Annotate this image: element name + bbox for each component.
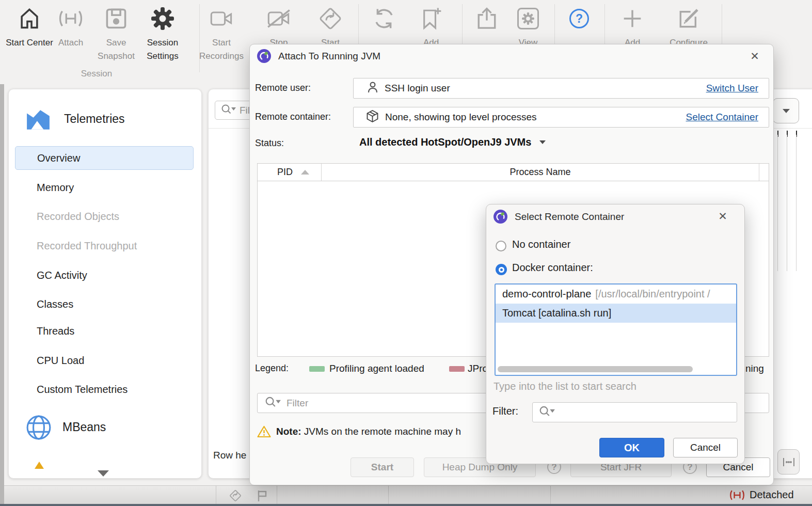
chart-gridline — [787, 135, 787, 271]
row-height-text-fragment: Row he — [213, 450, 246, 461]
sidebar-item-custom-telemetries[interactable]: Custom Telemetries — [15, 377, 194, 401]
sidebar-item-gc-activity[interactable]: GC Activity — [15, 263, 194, 287]
table-header-process-name[interactable]: Process Name — [322, 164, 759, 181]
filter-label: Filter: — [492, 405, 518, 417]
toolbar-group-session: Session — [50, 69, 143, 79]
camera-off-icon — [267, 5, 291, 32]
table-header-row: PID Process Name — [258, 164, 769, 181]
toolbar-refresh[interactable] — [358, 5, 410, 32]
list-item-selected[interactable]: Tomcat [catalina.sh run] — [496, 304, 736, 323]
filter-placeholder: Filter — [286, 398, 308, 409]
warning-up-triangle-icon — [35, 462, 44, 469]
legend-right-fragment: ning — [745, 363, 764, 374]
select-cancel-button[interactable]: Cancel — [673, 438, 738, 457]
toolbar-label: Save Snapshot — [90, 36, 142, 63]
toolbar-start-tracking[interactable]: Start — [305, 5, 356, 50]
sidebar-item-recorded-throughput: Recorded Throughput — [15, 234, 194, 258]
statusbar-divider — [277, 486, 277, 504]
sidebar-item-recorded-objects: Recorded Objects — [15, 204, 194, 228]
toolbar-configure[interactable]: Configure — [663, 5, 714, 50]
legend-swatch-red — [449, 366, 465, 372]
container-detail: [/usr/local/bin/entrypoint / — [595, 288, 710, 300]
save-snapshot-icon — [104, 5, 128, 32]
close-icon[interactable]: ✕ — [747, 49, 762, 64]
flag-icon[interactable] — [257, 489, 268, 504]
edit-pencil-icon — [677, 5, 700, 32]
toolbar-view-settings[interactable]: View — [502, 5, 554, 50]
share-icon — [475, 5, 498, 32]
jprofiler-logo-icon — [257, 49, 271, 65]
distribute-columns-icon — [782, 457, 795, 467]
attach-icon — [58, 5, 83, 32]
close-icon[interactable]: ✕ — [715, 209, 730, 224]
camera-icon — [210, 5, 233, 32]
bookmark-diamond-icon[interactable] — [229, 489, 242, 504]
plus-icon — [622, 5, 643, 32]
status-bar: Detached — [4, 485, 812, 504]
container-name: demo-control-plane — [502, 288, 591, 300]
sidebar-item-memory[interactable]: Memory — [15, 176, 194, 199]
detached-icon — [729, 489, 745, 503]
select-dialog-title: Select Remote Container — [515, 211, 624, 223]
person-icon — [367, 81, 378, 96]
legend-item-1: Profiling agent loaded — [329, 363, 424, 374]
remote-user-value: SSH login user — [385, 83, 450, 94]
start-button[interactable]: Start — [351, 457, 414, 477]
sidebar-scroll-down-icon[interactable] — [98, 470, 109, 477]
toolbar-add[interactable]: Add — [607, 5, 658, 50]
window-edge — [0, 84, 4, 506]
ok-button[interactable]: OK — [599, 438, 664, 457]
list-item[interactable]: demo-control-plane [/usr/local/bin/entry… — [496, 284, 736, 304]
status-detached-label: Detached — [750, 489, 794, 501]
column-width-button[interactable] — [777, 449, 800, 475]
select-container-link[interactable]: Select Container — [686, 112, 758, 123]
window-bottom-edge — [0, 504, 812, 506]
search-icon — [221, 104, 236, 117]
sidebar-item-overview[interactable]: Overview — [15, 146, 194, 170]
legend-swatch-green — [309, 366, 325, 372]
status-label: Status: — [255, 138, 284, 149]
remote-user-field[interactable]: SSH login user Switch User — [353, 78, 769, 99]
toolbar-session-settings[interactable]: Session Settings — [137, 5, 188, 63]
chart-gridline — [796, 135, 797, 271]
sidebar: Telemetries Overview Memory Recorded Obj… — [8, 89, 202, 479]
remote-container-value: None, showing top level processes — [385, 112, 537, 123]
container-list[interactable]: demo-control-plane [/usr/local/bin/entry… — [495, 283, 737, 376]
container-name: Tomcat [catalina.sh run] — [502, 307, 611, 319]
legend-item-2-fragment: JPro — [468, 363, 488, 374]
sidebar-item-classes[interactable]: Classes — [15, 292, 194, 316]
toolbar-label: Start Recordings — [196, 36, 247, 63]
toolbar-stop-recordings[interactable]: Stop — [253, 5, 305, 50]
note-text: Note: JVMs on the remote machine may h — [276, 425, 461, 438]
toolbar-attach[interactable]: Attach — [45, 5, 97, 50]
package-icon — [366, 109, 379, 125]
remote-container-field[interactable]: None, showing top level processes Select… — [353, 107, 769, 128]
docker-container-label[interactable]: Docker container: — [512, 262, 593, 274]
sidebar-item-cpu-load[interactable]: CPU Load — [15, 349, 194, 372]
note-body-fragment: JVMs on the remote machine may h — [304, 426, 461, 437]
container-filter-input[interactable] — [532, 402, 737, 422]
toolbar-start-recordings[interactable]: Start Recordings — [196, 5, 247, 63]
attach-dialog-title: Attach To Running JVM — [278, 51, 380, 62]
horizontal-scrollbar[interactable] — [498, 366, 693, 372]
status-dropdown[interactable]: All detected HotSpot/OpenJ9 JVMs — [359, 136, 546, 148]
diamond-arrow-icon — [319, 5, 342, 32]
select-container-dialog: Select Remote Container ✕ No container D… — [486, 204, 745, 464]
docker-container-radio[interactable] — [496, 264, 507, 275]
chart-dropdown-button[interactable] — [773, 98, 799, 123]
sidebar-section-mbeans[interactable]: MBeans — [62, 420, 106, 434]
toolbar-add-bookmark[interactable]: Add — [405, 5, 457, 50]
statusbar-divider — [550, 486, 551, 504]
statusbar-divider — [216, 486, 216, 504]
sidebar-section-telemetries: Telemetries — [64, 112, 125, 126]
no-container-radio[interactable] — [496, 241, 506, 251]
toolbar-save-snapshot[interactable]: Save Snapshot — [90, 5, 142, 63]
toolbar-help[interactable]: ? — [553, 5, 605, 32]
chevron-down-icon — [539, 140, 546, 144]
switch-user-link[interactable]: Switch User — [706, 83, 758, 94]
no-container-label[interactable]: No container — [512, 239, 570, 250]
table-header-pid[interactable]: PID — [258, 164, 322, 181]
toolbar-label: Session Settings — [137, 36, 188, 63]
telemetries-icon — [26, 108, 51, 133]
sidebar-item-threads[interactable]: Threads — [15, 319, 194, 343]
